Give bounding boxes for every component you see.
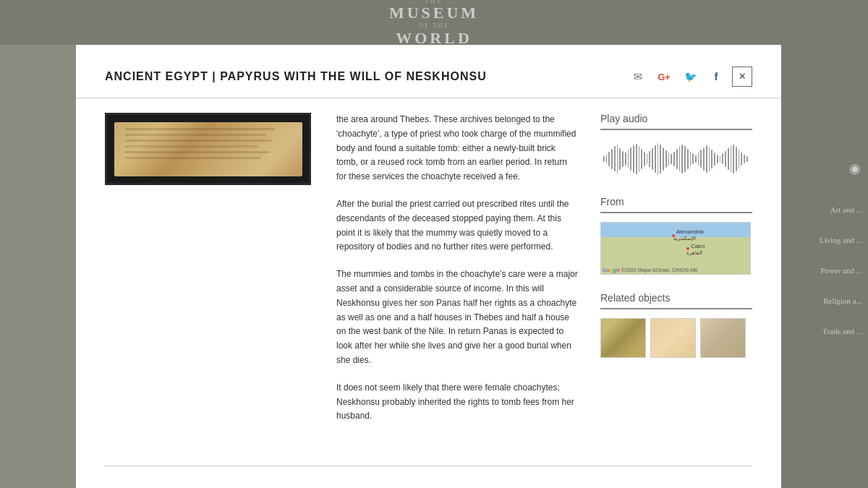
- waveform-bar: [736, 147, 737, 171]
- waveform-bar: [660, 145, 661, 174]
- related-section: Related objects: [600, 292, 752, 358]
- nav-item-power[interactable]: Power and ...: [820, 266, 862, 275]
- waveform-bar: [647, 153, 648, 164]
- logo-museum: MUSEUM: [389, 4, 479, 22]
- close-button[interactable]: ✕: [732, 67, 752, 87]
- paragraph-3: The mummies and tombs in the choachyte's…: [336, 267, 579, 368]
- waveform-bar: [722, 153, 723, 164]
- waveform-bar: [692, 153, 694, 164]
- city-label-cairo: Cairo: [691, 243, 705, 249]
- paragraph-4: It does not seem likely that there were …: [336, 381, 579, 424]
- related-label: Related objects: [600, 292, 752, 309]
- waveform-bar: [711, 150, 712, 168]
- waveform-bar: [731, 146, 732, 172]
- audio-section: Play audio: [600, 113, 752, 179]
- waveform-bar: [676, 149, 678, 169]
- map-attribution: Google ©2020 Mapa GISrael, ORION-ME: [603, 267, 698, 273]
- waveform-bar: [649, 151, 650, 167]
- audio-waveform[interactable]: [600, 139, 751, 179]
- waveform-bar: [611, 149, 613, 169]
- eye-icon[interactable]: ◉: [849, 160, 868, 176]
- waveform-bar: [679, 146, 681, 171]
- nav-item-religion[interactable]: Religion a...: [823, 296, 862, 305]
- waveform-bar: [709, 147, 710, 171]
- center-column: the area around Thebes. These archives b…: [336, 113, 579, 437]
- share-toolbar: ✉ G+ 🐦 f ✕: [628, 67, 752, 87]
- paragraph-1: the area around Thebes. These archives b…: [336, 113, 579, 184]
- waveform-bar: [636, 144, 637, 174]
- left-column: [105, 113, 315, 437]
- waveform-bar: [665, 150, 667, 168]
- waveform-bar: [652, 148, 653, 170]
- article-header: ANCIENT EGYPT | PAPYRUS WITH THE WILL OF…: [76, 45, 781, 98]
- waveform-bar: [684, 146, 686, 172]
- waveform-bar: [663, 147, 664, 171]
- waveform-bar: [733, 145, 734, 174]
- waveform-bar: [606, 155, 608, 163]
- waveform-bar: [614, 146, 616, 171]
- waveform-bar: [673, 152, 675, 166]
- waveform-bar: [603, 156, 605, 162]
- waveform-bar: [641, 149, 642, 169]
- nav-item-living[interactable]: Living and ...: [820, 236, 862, 244]
- waveform-bar: [617, 145, 618, 174]
- article-title: ANCIENT EGYPT | PAPYRUS WITH THE WILL OF…: [105, 70, 487, 83]
- related-thumb-2[interactable]: [650, 318, 696, 358]
- papyrus-visual: [114, 122, 302, 176]
- right-nav: ◉ Art and ... Living and ... Power and .…: [781, 45, 868, 488]
- waveform-bar: [700, 150, 702, 168]
- waveform-bar: [658, 143, 659, 175]
- waveform-bar: [706, 145, 707, 173]
- related-thumb-3[interactable]: [700, 318, 746, 358]
- waveform-bar: [625, 153, 626, 166]
- right-column: Play audio From Alexandria الإسكندرية: [600, 113, 752, 437]
- waveform-bar: [695, 155, 697, 163]
- gplus-share-button[interactable]: G+: [654, 67, 674, 87]
- waveform-bar: [746, 156, 748, 162]
- related-thumbnails: [600, 318, 752, 358]
- waveform-bar: [639, 146, 640, 172]
- waveform-bar: [690, 152, 692, 166]
- waveform-bar: [671, 154, 672, 164]
- email-share-button[interactable]: ✉: [628, 67, 648, 87]
- related-thumb-1[interactable]: [600, 318, 646, 358]
- waveform-bar: [668, 153, 670, 166]
- waveform-bar: [725, 151, 726, 167]
- waveform-bar: [622, 151, 624, 167]
- waveform-bar: [744, 155, 745, 163]
- waveform-bar: [739, 150, 740, 168]
- nav-items-list: Art and ... Living and ... Power and ...…: [820, 205, 868, 335]
- city-label-alexandria: Alexandria: [676, 228, 704, 235]
- waveform-bar: [687, 149, 689, 169]
- map-background: Alexandria الإسكندرية Cairo القاهرة Goog…: [601, 223, 750, 274]
- logo-ofthe: OF THE: [389, 22, 479, 29]
- bottom-divider: [105, 466, 752, 466]
- waveform-bar: [698, 153, 699, 166]
- waveform-bar: [741, 153, 742, 166]
- map-container[interactable]: Alexandria الإسكندرية Cairo القاهرة Goog…: [600, 222, 751, 275]
- nav-item-trade[interactable]: Trade and ...: [822, 327, 862, 335]
- map-section: From Alexandria الإسكندرية Cairo القاهرة: [600, 196, 752, 275]
- waveform-bar: [628, 150, 629, 168]
- site-header: THE MUSEUM OF THE WORLD: [0, 0, 868, 45]
- facebook-share-button[interactable]: f: [706, 67, 726, 87]
- waveform-bar: [655, 145, 656, 173]
- nav-item-art[interactable]: Art and ...: [830, 205, 862, 214]
- waveform-bar: [633, 145, 634, 173]
- waveform-bar: [703, 147, 705, 171]
- artifact-image: [105, 113, 311, 185]
- waveform-bar: [681, 145, 683, 174]
- waveform-bar: [644, 152, 645, 166]
- article-text: the area around Thebes. These archives b…: [336, 113, 579, 424]
- twitter-share-button[interactable]: 🐦: [680, 67, 700, 87]
- papyrus-lines: [125, 128, 292, 163]
- waveform-bar: [720, 156, 721, 162]
- waveform-bar: [728, 148, 729, 170]
- city-label-cairo-ar: القاهرة: [686, 250, 702, 256]
- waveform-bar: [714, 153, 715, 166]
- waveform-bar: [619, 148, 621, 170]
- waveform-bar: [608, 152, 610, 166]
- audio-label: Play audio: [600, 113, 752, 130]
- site-logo[interactable]: THE MUSEUM OF THE WORLD: [389, 0, 479, 48]
- article-body: the area around Thebes. These archives b…: [76, 98, 781, 451]
